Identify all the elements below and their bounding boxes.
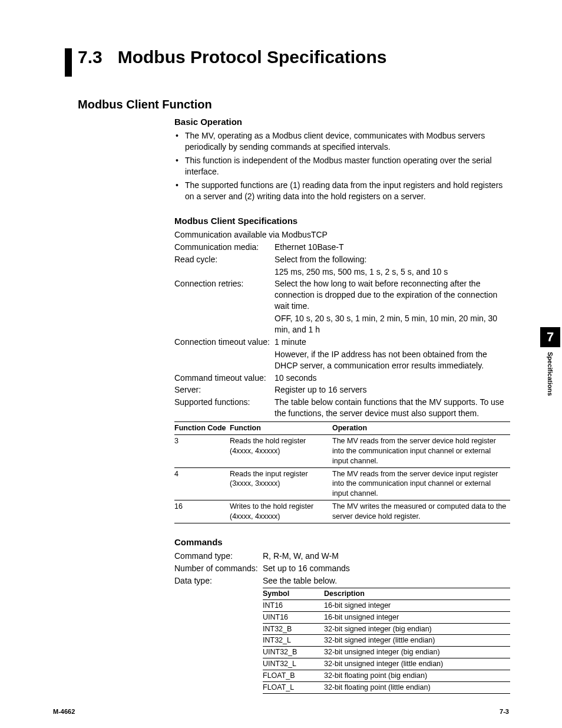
cell-op: The MV reads from the server device hold… (332, 434, 510, 467)
cmd-key: Number of commands: (174, 563, 263, 574)
cell-code: 4 (174, 467, 230, 500)
table-row: 3 Reads the hold register (4xxxx, 4xxxxx… (174, 434, 510, 467)
spec-row: Connection timeout value:1 minute (174, 337, 510, 348)
cell-sym: INT32_L (263, 635, 324, 647)
cell-func: Writes to the hold register (4xxxx, 4xxx… (230, 500, 332, 523)
cell-sym: FLOAT_B (263, 670, 324, 682)
cell-sym: UINT32_B (263, 647, 324, 658)
spec-val: The table below contain functions that t… (275, 397, 510, 419)
cmd-row: Data type:See the table below. (174, 575, 510, 587)
cell-desc: 32-bit unsigned integer (little endian) (324, 658, 510, 670)
cell-sym: UINT32_L (263, 658, 324, 670)
table-header: Operation (332, 422, 510, 435)
spec-key: Server: (174, 384, 275, 396)
spec-key: Supported functions: (174, 397, 275, 419)
chapter-chip: 7 (540, 327, 560, 347)
spec-val: However, if the IP address has not been … (275, 349, 510, 371)
table-row: UINT32_L32-bit unsigned integer (little … (263, 658, 510, 670)
client-specs-intro: Communication available via ModbusTCP (174, 229, 510, 241)
section-heading: 7.3 Modbus Protocol Specifications (65, 47, 509, 77)
table-row: UINT32_B32-bit unsigned integer (big end… (263, 647, 510, 658)
spec-row: Read cycle:Select from the following: (174, 254, 510, 265)
spec-val: Register up to 16 servers (275, 384, 510, 396)
cmd-val: R, R-M, W, and W-M (263, 551, 510, 562)
cell-desc: 32-bit signed integer (big endian) (324, 623, 510, 635)
side-tab: 7 Specifications (538, 327, 562, 398)
spec-key: Command timeout value: (174, 373, 275, 384)
cell-func: Reads the hold register (4xxxx, 4xxxxx) (230, 434, 332, 467)
spec-row: 125 ms, 250 ms, 500 ms, 1 s, 2 s, 5 s, a… (174, 266, 510, 278)
table-row: 16 Writes to the hold register (4xxxx, 4… (174, 500, 510, 523)
cmd-row: Command type:R, R-M, W, and W-M (174, 551, 510, 562)
heading-title: Modbus Protocol Specifications (118, 47, 387, 67)
heading-bar (65, 48, 72, 77)
cell-op: The MV writes the measured or computed d… (332, 500, 510, 523)
cell-desc: 32-bit floating point (little endian) (324, 681, 510, 693)
spec-val: Select from the following: (275, 254, 510, 265)
spec-key (174, 266, 275, 278)
spec-row: OFF, 10 s, 20 s, 30 s, 1 min, 2 min, 5 m… (174, 313, 510, 335)
table-row: INT1616-bit signed integer (263, 599, 510, 611)
cell-sym: INT32_B (263, 623, 324, 635)
cell-code: 16 (174, 500, 230, 523)
page-footer: M-4662 7-3 (53, 708, 509, 715)
spec-key: Connection retries: (174, 278, 275, 312)
spec-row: Command timeout value:10 seconds (174, 373, 510, 384)
cell-desc: 16-bit unsigned integer (324, 611, 510, 623)
footer-right: 7-3 (500, 708, 509, 715)
cmd-row: Number of commands:Set up to 16 commands (174, 563, 510, 574)
spec-val: OFF, 10 s, 20 s, 30 s, 1 min, 2 min, 5 m… (275, 313, 510, 335)
client-specs-heading: Modbus Client Specifications (174, 215, 510, 227)
spec-key (174, 349, 275, 371)
spec-val: 10 seconds (275, 373, 510, 384)
cell-desc: 16-bit signed integer (324, 599, 510, 611)
subsection-heading: Modbus Client Function (78, 98, 509, 111)
spec-row: Supported functions:The table below cont… (174, 397, 510, 419)
cmd-val: See the table below. (263, 575, 510, 587)
cell-sym: INT16 (263, 599, 324, 611)
function-code-table: Function Code Function Operation 3 Reads… (174, 421, 510, 523)
spec-key (174, 313, 275, 335)
heading-number: 7.3 (78, 47, 103, 67)
table-header: Description (324, 588, 510, 599)
cell-sym: FLOAT_L (263, 681, 324, 693)
spec-row: Communication media:Ethernet 10Base-T (174, 242, 510, 253)
table-row: INT32_B32-bit signed integer (big endian… (263, 623, 510, 635)
spec-val: Ethernet 10Base-T (275, 242, 510, 253)
cell-code: 3 (174, 434, 230, 467)
spec-key: Communication media: (174, 242, 275, 253)
basic-operation-list: The MV, operating as a Modbus client dev… (174, 130, 510, 202)
cell-desc: 32-bit signed integer (little endian) (324, 635, 510, 647)
spec-key: Read cycle: (174, 254, 275, 265)
spec-row: However, if the IP address has not been … (174, 349, 510, 371)
footer-left: M-4662 (53, 708, 75, 715)
table-header: Function (230, 422, 332, 435)
spec-key: Connection timeout value: (174, 337, 275, 348)
table-row: FLOAT_L32-bit floating point (little end… (263, 681, 510, 693)
cell-desc: 32-bit floating point (big endian) (324, 670, 510, 682)
cell-func: Reads the input register (3xxxx, 3xxxxx) (230, 467, 332, 500)
cmd-val: Set up to 16 commands (263, 563, 510, 574)
cmd-key: Data type: (174, 575, 263, 587)
table-header: Symbol (263, 588, 324, 599)
cmd-key: Command type: (174, 551, 263, 562)
spec-row: Server:Register up to 16 servers (174, 384, 510, 396)
table-row: 4 Reads the input register (3xxxx, 3xxxx… (174, 467, 510, 500)
cell-op: The MV reads from the server device inpu… (332, 467, 510, 500)
cell-desc: 32-bit unsigned integer (big endian) (324, 647, 510, 658)
table-header: Function Code (174, 422, 230, 435)
list-item: The supported functions are (1) reading … (174, 180, 510, 202)
side-label: Specifications (547, 352, 554, 396)
spec-val: 125 ms, 250 ms, 500 ms, 1 s, 2 s, 5 s, a… (275, 266, 510, 278)
table-row: UINT1616-bit unsigned integer (263, 611, 510, 623)
list-item: The MV, operating as a Modbus client dev… (174, 130, 510, 153)
spec-val: 1 minute (275, 337, 510, 348)
table-row: FLOAT_B32-bit floating point (big endian… (263, 670, 510, 682)
commands-heading: Commands (174, 536, 510, 548)
spec-val: Select the how long to wait before recon… (275, 278, 510, 312)
table-row: INT32_L32-bit signed integer (little end… (263, 635, 510, 647)
basic-operation-heading: Basic Operation (174, 116, 510, 128)
cell-sym: UINT16 (263, 611, 324, 623)
spec-row: Connection retries:Select the how long t… (174, 278, 510, 312)
list-item: This function is independent of the Modb… (174, 155, 510, 177)
